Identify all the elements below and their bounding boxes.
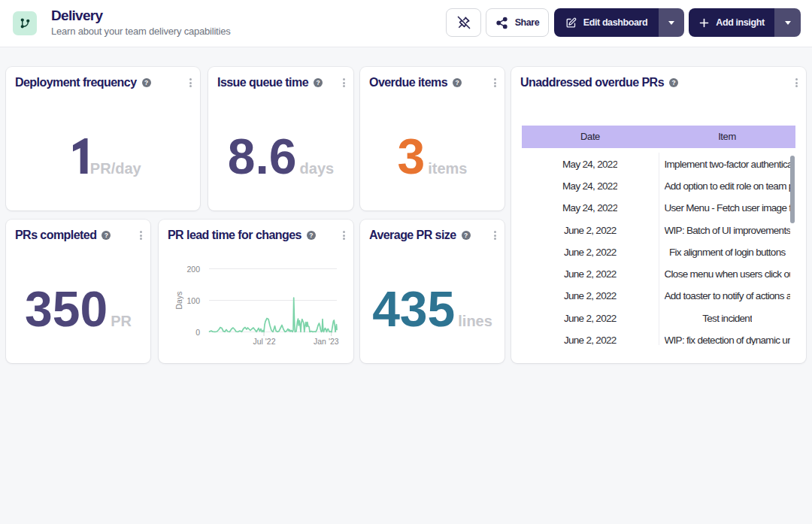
svg-text:200: 200 — [186, 265, 200, 274]
svg-text:Days: Days — [174, 292, 183, 310]
svg-text:100: 100 — [186, 296, 200, 305]
svg-text:Jul '22: Jul '22 — [253, 337, 275, 346]
svg-text:Jan '23: Jan '23 — [314, 337, 339, 346]
svg-text:0: 0 — [195, 328, 200, 337]
